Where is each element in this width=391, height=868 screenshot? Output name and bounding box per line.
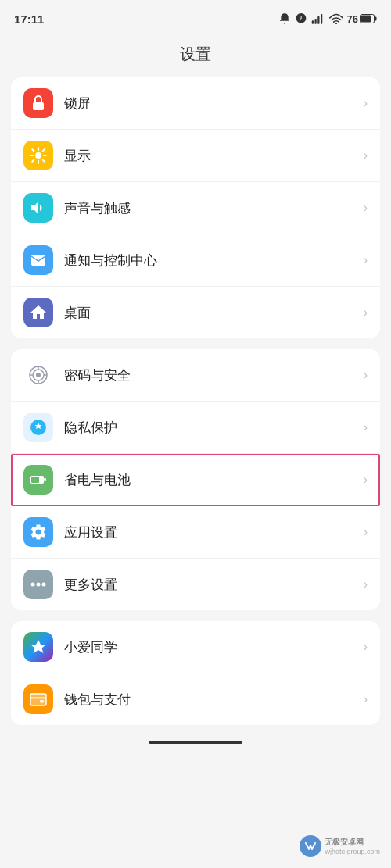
app-settings-item[interactable]: 应用设置 › bbox=[11, 506, 380, 559]
notification-label: 通知与控制中心 bbox=[64, 252, 357, 270]
home-icon bbox=[29, 303, 48, 322]
sound-chevron: › bbox=[364, 201, 368, 215]
security-label: 密码与安全 bbox=[64, 366, 357, 384]
display-icon-wrap bbox=[23, 141, 53, 170]
svg-marker-33 bbox=[30, 640, 46, 653]
alarm-icon bbox=[295, 13, 307, 25]
app-settings-icon-wrap bbox=[23, 517, 53, 547]
svg-point-31 bbox=[37, 583, 41, 587]
watermark-logo bbox=[300, 835, 321, 857]
xiaoai-label: 小爱同学 bbox=[64, 638, 357, 656]
sound-label: 声音与触感 bbox=[64, 199, 357, 217]
xiaoai-icon-wrap bbox=[23, 632, 53, 662]
sound-icon-wrap bbox=[23, 193, 53, 223]
more-settings-label: 更多设置 bbox=[64, 576, 357, 594]
sound-item[interactable]: 声音与触感 › bbox=[11, 182, 380, 234]
lock-icon bbox=[29, 94, 48, 113]
app-settings-label: 应用设置 bbox=[64, 523, 357, 541]
desktop-chevron: › bbox=[364, 305, 368, 320]
xiaoai-icon bbox=[29, 638, 48, 656]
more-settings-icon-wrap bbox=[23, 570, 53, 599]
privacy-icon bbox=[29, 418, 48, 437]
wallet-item[interactable]: 钱包与支付 › bbox=[11, 673, 380, 725]
status-time: 17:11 bbox=[14, 13, 44, 26]
display-label: 显示 bbox=[64, 147, 357, 165]
desktop-item[interactable]: 桌面 › bbox=[11, 287, 380, 338]
xiaoai-chevron: › bbox=[364, 640, 368, 654]
security-chevron: › bbox=[364, 368, 368, 382]
battery-status: 76 bbox=[347, 13, 377, 25]
svg-rect-1 bbox=[314, 19, 316, 24]
battery-label: 省电与电池 bbox=[64, 471, 357, 489]
desktop-icon-wrap bbox=[23, 298, 53, 327]
sound-icon bbox=[29, 198, 48, 217]
notification-icon-wrap bbox=[23, 245, 53, 275]
signal-icon bbox=[311, 13, 325, 25]
notification-item[interactable]: 通知与控制中心 › bbox=[11, 234, 380, 287]
battery-item-icon-wrap bbox=[23, 465, 53, 495]
gear-icon bbox=[29, 523, 48, 541]
svg-point-21 bbox=[36, 373, 41, 377]
svg-rect-0 bbox=[311, 20, 313, 24]
svg-rect-2 bbox=[317, 16, 319, 24]
privacy-chevron: › bbox=[364, 420, 368, 434]
display-item[interactable]: 显示 › bbox=[11, 130, 380, 182]
notification-icon bbox=[29, 251, 48, 270]
home-indicator bbox=[149, 741, 242, 744]
lockscreen-item[interactable]: 锁屏 › bbox=[11, 77, 380, 130]
privacy-icon-wrap bbox=[23, 413, 53, 442]
wallet-icon bbox=[29, 690, 48, 709]
svg-point-32 bbox=[42, 583, 46, 587]
svg-rect-8 bbox=[33, 102, 44, 110]
svg-rect-28 bbox=[31, 477, 39, 483]
wallet-icon-wrap bbox=[23, 684, 53, 714]
settings-group-3: 小爱同学 › 钱包与支付 › bbox=[11, 621, 380, 725]
svg-line-15 bbox=[43, 160, 45, 162]
svg-rect-3 bbox=[321, 14, 322, 24]
bell-icon bbox=[278, 13, 291, 25]
battery-icon bbox=[360, 14, 377, 23]
svg-rect-18 bbox=[31, 255, 45, 266]
battery-chevron: › bbox=[364, 473, 368, 487]
privacy-item[interactable]: 隐私保护 › bbox=[11, 402, 380, 454]
app-settings-chevron: › bbox=[364, 525, 368, 539]
svg-rect-29 bbox=[44, 478, 46, 481]
svg-rect-36 bbox=[30, 697, 46, 699]
privacy-label: 隐私保护 bbox=[64, 419, 357, 437]
page-title: 设置 bbox=[0, 34, 391, 77]
wallet-label: 钱包与支付 bbox=[64, 691, 357, 709]
lockscreen-chevron: › bbox=[364, 96, 368, 110]
settings-group-2: 密码与安全 › 隐私保护 › 省电与电池 › bbox=[11, 349, 380, 610]
status-icons: 76 bbox=[278, 13, 377, 25]
svg-rect-7 bbox=[375, 17, 377, 21]
watermark: 无极安卓网 wjhotelgroup.com bbox=[300, 835, 380, 857]
settings-group-1: 锁屏 › 显示 › 声音与触感 › bbox=[11, 77, 380, 338]
xiaoai-item[interactable]: 小爱同学 › bbox=[11, 621, 380, 673]
sun-icon bbox=[29, 146, 48, 165]
more-settings-item[interactable]: 更多设置 › bbox=[11, 559, 380, 610]
desktop-label: 桌面 bbox=[64, 304, 357, 322]
svg-point-30 bbox=[31, 583, 35, 587]
battery-item[interactable]: 省电与电池 › bbox=[11, 454, 380, 506]
wifi-icon bbox=[329, 13, 343, 25]
lockscreen-icon-wrap bbox=[23, 88, 53, 118]
svg-rect-34 bbox=[30, 694, 46, 705]
display-chevron: › bbox=[364, 148, 368, 163]
status-bar: 17:11 76 bbox=[0, 0, 391, 34]
svg-line-16 bbox=[43, 149, 45, 151]
svg-point-4 bbox=[335, 23, 336, 24]
security-item[interactable]: 密码与安全 › bbox=[11, 349, 380, 402]
svg-rect-6 bbox=[361, 16, 371, 23]
more-icon bbox=[29, 575, 48, 594]
more-settings-chevron: › bbox=[364, 577, 368, 591]
svg-rect-37 bbox=[40, 700, 44, 703]
svg-line-14 bbox=[32, 149, 34, 151]
svg-point-9 bbox=[35, 152, 41, 159]
watermark-site: 无极安卓网 bbox=[325, 837, 380, 848]
security-icon-wrap bbox=[23, 360, 53, 390]
security-icon bbox=[29, 366, 48, 384]
lockscreen-label: 锁屏 bbox=[64, 95, 357, 113]
watermark-url: wjhotelgroup.com bbox=[325, 848, 380, 855]
battery-item-icon bbox=[29, 470, 48, 489]
wallet-chevron: › bbox=[364, 692, 368, 706]
